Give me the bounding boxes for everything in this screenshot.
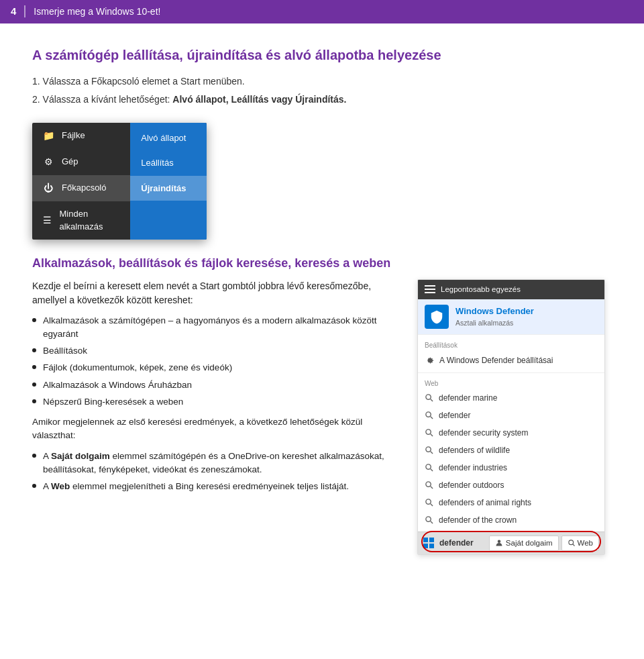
panel-footer-search-text: defender [439,537,484,549]
list-item-sajat: A Saját dolgaim elemmel számítógépén és … [32,450,401,477]
web-item-3[interactable]: defender security system [418,424,604,442]
search-panel-wrapper: Legpontosabb egyezés Windows Defender [417,279,605,556]
list-item: Alkalmazások a számítógépen – a hagyomán… [32,314,401,342]
hamburger-icon[interactable] [425,285,435,293]
svg-point-14 [426,517,431,521]
svg-rect-19 [429,544,434,548]
best-match-subtitle: Asztali alkalmazás [455,318,534,329]
web-item-8[interactable]: defender of the crown [418,511,604,529]
web-item-4[interactable]: defenders of wildlife [418,442,604,459]
web-item-2[interactable]: defender [418,407,604,424]
flyout-shutdown[interactable]: Leállítás [130,150,207,176]
bullet-list: Alkalmazások a számítógépen – a hagyomán… [32,314,401,409]
svg-line-7 [431,452,433,454]
step2-options: Alvó állapot, Leállítás vagy Újraindítás… [172,94,346,105]
web-item-defender-security: defender security system [439,427,528,439]
footer-buttons: Saját dolgaim Web [489,536,599,551]
list-item: Fájlok (dokumentumok, képek, zene és vid… [32,361,401,374]
start-menu-item-all-apps[interactable]: ☰ Minden alkalmazás [32,201,130,240]
svg-line-13 [431,504,433,506]
svg-line-3 [431,417,433,419]
best-match-title: Windows Defender [455,305,534,318]
svg-rect-18 [423,544,428,548]
settings-item[interactable]: A Windows Defender beállításai [418,351,604,370]
web-item-1[interactable]: defender marine [418,389,604,407]
header-title: Ismerje meg a Windows 10-et! [34,5,160,19]
person-icon [495,539,503,547]
bullet-dot [32,348,36,352]
bullet-dot [32,454,36,458]
search-icon-6 [425,480,433,489]
section2-intro: Kezdje el beírni a keresett elem nevét a… [32,279,401,307]
svg-point-21 [568,540,573,545]
sajat-dolgaim-button[interactable]: Saját dolgaim [489,536,559,551]
svg-point-4 [426,429,431,434]
search-icon-8 [425,515,433,524]
start-menu: 📁 Fájlke ⚙ Gép ⏻ Főkapcsoló ☰ Minden alk… [32,123,207,240]
flyout-restart[interactable]: Újraindítás [130,176,207,201]
settings-section: Beállítások A Windows Defender beállítás… [418,334,604,372]
svg-line-11 [431,487,433,489]
web-item-7[interactable]: defenders of animal rights [418,494,604,511]
apps-icon: ☰ [42,213,52,227]
defender-icon [425,305,449,329]
start-menu-item-files[interactable]: 📁 Fájlke [32,123,130,149]
web-bold: Web [51,481,70,491]
svg-line-22 [572,544,574,546]
main-content: A számítógép leállítása, újraindítása és… [0,23,644,581]
sajat-label: Saját dolgaim [506,538,553,549]
section1-title: A számítógép leállítása, újraindítása és… [32,45,612,65]
svg-line-15 [431,521,433,523]
web-button[interactable]: Web [561,536,599,551]
left-column: Kezdje el beírni a keresett elem nevét a… [32,279,401,560]
body-text-results: Amikor megjelennek az első keresési ered… [32,415,401,443]
svg-line-1 [431,399,433,401]
svg-point-8 [426,464,431,469]
windows-logo-icon [423,538,434,548]
start-menu-item-settings[interactable]: ⚙ Gép [32,149,130,175]
step1-text: 1. Válassza a Főkapcsoló elemet a Start … [32,74,612,89]
search-icon-4 [425,446,433,454]
settings-gear-icon [425,356,434,365]
web-item-defenders-animal-rights: defenders of animal rights [439,497,531,509]
list-item: Beállítások [32,344,401,358]
start-menu-screenshot: 📁 Fájlke ⚙ Gép ⏻ Főkapcsoló ☰ Minden alk… [32,123,207,240]
web-item-defenders-wildlife: defenders of wildlife [439,444,510,456]
bullet-dot [32,365,36,369]
web-item-5[interactable]: defender industries [418,459,604,476]
two-column-layout: Kezdje el beírni a keresett elem nevét a… [32,279,612,560]
list-item-web: A Web elemmel megjelenítheti a Bing kere… [32,480,401,493]
start-menu-row: 📁 Fájlke ⚙ Gép ⏻ Főkapcsoló ☰ Minden alk… [32,123,207,240]
best-match-info: Windows Defender Asztali alkalmazás [455,305,534,328]
power-icon: ⏻ [42,181,55,195]
settings-item-text: A Windows Defender beállításai [439,354,553,366]
files-icon: 📁 [42,129,55,143]
power-flyout: Alvó állapot Leállítás Újraindítás [130,123,207,240]
svg-point-0 [426,395,431,399]
header-divider [24,5,25,17]
web-label-btn: Web [578,538,593,549]
svg-point-12 [426,499,431,504]
list-item: Alkalmazások a Windows Áruházban [32,378,401,392]
search-footer-icon [568,539,576,547]
best-match-section: Windows Defender Asztali alkalmazás [418,299,604,334]
web-item-6[interactable]: defender outdoors [418,476,604,494]
svg-rect-16 [423,538,428,542]
start-menu-item-power[interactable]: ⏻ Főkapcsoló [32,175,130,201]
bullet-dot [32,383,36,387]
search-icon-7 [425,498,433,507]
search-icon-3 [425,428,433,437]
section2-title: Alkalmazások, beállítások és fájlok kere… [32,254,612,272]
settings-section-label: Beállítások [418,338,604,351]
bullet-dot [32,399,36,403]
search-icon-1 [425,393,433,402]
best-match-item[interactable]: Windows Defender Asztali alkalmazás [418,299,604,334]
panel-footer-row: defender Saját dolgaim [418,531,604,554]
flyout-sleep[interactable]: Alvó állapot [130,125,207,151]
best-match-label: Legpontosabb egyezés [441,284,521,295]
svg-line-9 [431,469,433,471]
right-column: Legpontosabb egyezés Windows Defender [417,279,612,560]
sajat-bold: Saját dolgaim [51,451,110,461]
bullet-dot [32,484,36,488]
svg-rect-17 [429,538,434,542]
